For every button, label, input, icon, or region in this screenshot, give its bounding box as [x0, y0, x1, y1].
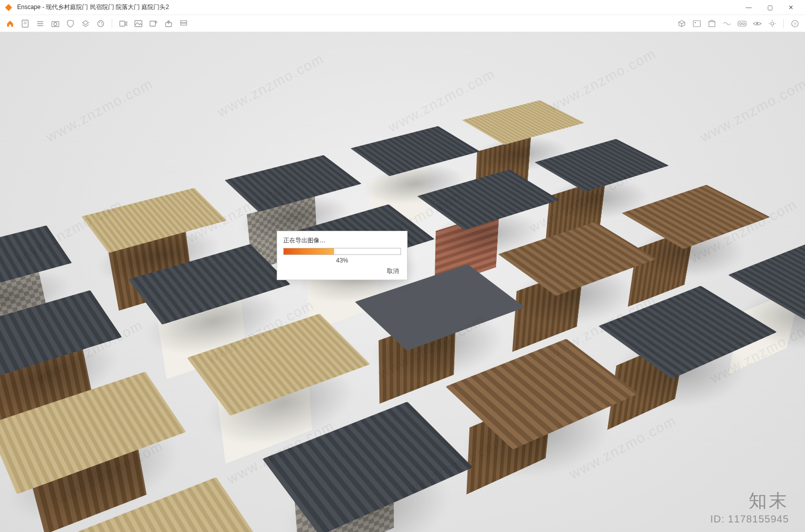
svg-point-10 — [98, 21, 104, 27]
image-icon[interactable] — [132, 18, 144, 30]
svg-text:?: ? — [793, 21, 796, 26]
document-icon[interactable] — [19, 18, 31, 30]
help-icon[interactable]: ? — [789, 18, 801, 30]
layers-icon[interactable] — [79, 18, 92, 30]
progress-bar — [283, 248, 401, 255]
svg-marker-15 — [125, 22, 127, 26]
toolbar-left — [4, 18, 676, 30]
wing-icon[interactable] — [721, 18, 733, 30]
toolbar-right: ? — [676, 18, 801, 30]
settings-stack-icon[interactable] — [178, 18, 190, 30]
close-button[interactable]: ✕ — [781, 1, 801, 15]
palette-icon[interactable] — [95, 18, 107, 30]
gate-roof — [462, 100, 585, 145]
render-viewport[interactable]: ︿ www.znzmo.comwww.znzmo.comwww.znzmo.co… — [0, 32, 805, 532]
svg-point-8 — [54, 23, 57, 26]
camera-icon[interactable] — [49, 18, 61, 30]
svg-point-33 — [771, 22, 774, 25]
toolbar-separator — [783, 19, 784, 28]
svg-rect-22 — [181, 21, 187, 23]
gate-model — [420, 366, 677, 529]
svg-rect-28 — [709, 22, 715, 27]
svg-point-30 — [740, 23, 742, 25]
svg-rect-23 — [181, 23, 187, 25]
video-icon[interactable] — [117, 18, 129, 30]
scene-3d — [0, 32, 805, 532]
svg-point-12 — [101, 22, 102, 23]
export-progress-dialog: 正在导出图像… 43% 取消 — [277, 231, 408, 280]
svg-point-13 — [102, 24, 103, 25]
svg-marker-9 — [83, 21, 89, 25]
list-icon[interactable] — [34, 18, 46, 30]
progress-percent: 43% — [283, 257, 401, 264]
minimize-button[interactable]: — — [739, 1, 759, 15]
maximize-button[interactable]: ▢ — [760, 1, 780, 15]
add-image-icon[interactable] — [147, 18, 159, 30]
progress-fill — [284, 248, 334, 254]
cube-view-icon[interactable] — [676, 18, 688, 30]
home-icon[interactable] — [4, 18, 16, 30]
toolbar-separator — [112, 19, 112, 28]
cancel-button[interactable]: 取消 — [385, 267, 401, 276]
gears-icon[interactable] — [766, 18, 778, 30]
window-title: Enscape - 现代乡村庭院门 民宿院门 院落大门 庭院门头2 — [17, 3, 739, 12]
eye-icon[interactable] — [751, 18, 763, 30]
svg-point-11 — [99, 22, 100, 23]
box-icon[interactable] — [706, 18, 718, 30]
toolbar: ? — [0, 15, 805, 32]
vr-icon[interactable] — [736, 18, 748, 30]
svg-point-31 — [743, 23, 745, 25]
shield-icon[interactable] — [64, 18, 76, 30]
dialog-title: 正在导出图像… — [283, 236, 401, 245]
svg-marker-0 — [5, 4, 12, 11]
svg-point-27 — [695, 22, 696, 23]
svg-rect-14 — [120, 21, 125, 26]
app-logo-icon — [4, 3, 13, 12]
image-view-icon[interactable] — [691, 18, 703, 30]
gate-roof — [351, 126, 480, 176]
svg-point-32 — [756, 23, 758, 25]
title-bar: Enscape - 现代乡村庭院门 民宿院门 院落大门 庭院门头2 — ▢ ✕ — [0, 0, 805, 15]
window-controls: — ▢ ✕ — [739, 1, 801, 15]
svg-rect-26 — [693, 21, 700, 27]
export-icon[interactable] — [163, 18, 175, 30]
